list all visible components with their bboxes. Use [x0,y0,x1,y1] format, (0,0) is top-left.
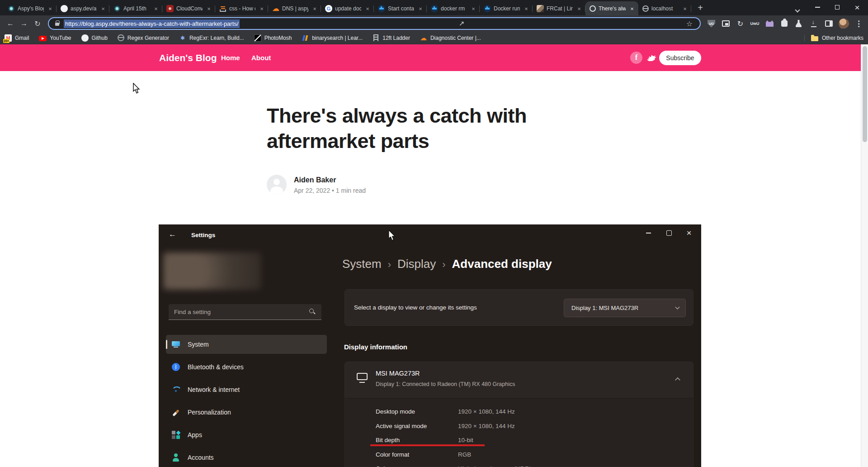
sidebar-label: Network & internet [188,386,240,393]
tab-close-icon[interactable] [523,5,530,12]
chevron-right-icon: › [388,258,391,271]
tab-close-icon[interactable] [205,5,212,12]
reload-icon[interactable] [31,19,44,28]
tab-close-icon[interactable] [681,5,689,12]
sidebar-item-network: Network & internet [166,380,327,399]
tab-close-icon[interactable] [99,5,107,12]
apps-grid-icon [171,430,180,439]
browser-menu-kebab-icon[interactable] [853,18,865,29]
sidebar-item-apps: Apps [166,425,327,444]
screenshot-mouse-cursor [388,230,396,241]
tab-april-15th[interactable]: April 15th [109,2,162,15]
tab-aspys-blog[interactable]: Aspy's Blog [4,2,57,15]
tab-close-icon[interactable] [364,5,371,12]
bookmark-github[interactable]: Github [81,34,108,42]
aspy-logo-icon [8,5,15,12]
profile-avatar[interactable] [838,18,850,29]
tab-close-icon[interactable] [628,5,636,12]
bookmark-youtube[interactable]: YouTube [39,35,71,41]
window-close-button[interactable] [847,0,867,14]
tab-close-icon[interactable] [152,5,160,12]
bookmark-label: 12ft Ladder [382,35,410,41]
uwu-extension-icon[interactable]: UwU [749,18,761,29]
tab-update-doc[interactable]: update doc [321,2,374,15]
author-row: Aiden Baker Apr 22, 2022 • 1 min read [267,175,366,195]
downloads-icon[interactable] [807,18,820,29]
tab-title: update doc [335,5,361,12]
window-minimize-button[interactable] [807,0,827,14]
subscribe-button[interactable]: Subscribe [659,51,701,65]
tab-search-chevron-icon[interactable] [796,5,800,10]
url-text[interactable]: https://blog.aspy.dev/theres-always-a-ca… [64,19,240,28]
tab-close-icon[interactable] [47,5,54,12]
bookmark-regex-generator[interactable]: Regex Generator [118,34,169,41]
tab-close-icon[interactable] [258,5,265,12]
bookmark-12ft-ladder[interactable]: 12ft Ladder [373,34,410,41]
nav-home-link[interactable]: Home [221,54,240,62]
refresh-extension-icon[interactable] [734,18,746,29]
tab-docker-rm[interactable]: docker rm [427,2,480,15]
tab-frcat[interactable]: FRCat | Link [533,2,585,15]
settings-search-input[interactable] [169,309,309,315]
tab-localhost[interactable]: localhost [638,2,691,15]
extensions-puzzle-icon[interactable] [778,18,790,29]
other-bookmarks-label: Other bookmarks [822,35,863,41]
tab-close-icon[interactable] [311,5,318,12]
blurred-user-account [163,253,261,290]
sidebar-label: Personalization [188,409,231,416]
breadcrumb-display: Display [397,257,436,271]
scrollbar-thumb[interactable] [863,46,867,142]
new-tab-button[interactable] [694,2,707,14]
author-avatar [267,175,287,195]
flask-extension-icon[interactable] [793,18,805,29]
page-scrollbar[interactable] [861,44,868,467]
bookmark-label: PhotoMosh [264,35,292,41]
tab-close-icon[interactable] [470,5,477,12]
facebook-icon[interactable] [630,52,642,64]
tab-css-stackoverflow[interactable]: css - How c [215,2,268,15]
tab-title: aspy.dev/ab [71,5,97,12]
share-icon[interactable] [456,19,467,28]
cloudflare-icon [272,5,279,12]
window-restore-button[interactable] [827,0,847,14]
bookmark-star-icon[interactable] [684,19,695,28]
site-title[interactable]: Aiden's Blog [159,52,217,63]
lock-icon[interactable] [55,23,59,26]
tab-dns[interactable]: DNS | aspy. [268,2,321,15]
cat-extension-icon[interactable] [764,18,776,29]
tab-title: CloudConve [176,5,203,12]
bookmark-diagnostic-center[interactable]: Diagnostic Center |... [420,34,481,42]
twitter-icon[interactable] [646,52,658,64]
tab-docker-run[interactable]: Docker run [480,2,533,15]
bookmark-photomosh[interactable]: PhotoMosh [254,34,292,42]
tab-start-container[interactable]: Start contai [374,2,427,15]
bookmark-binarysearch[interactable]: binarysearch | Lear... [302,34,363,42]
globe-icon [118,34,124,41]
address-bar[interactable]: https://blog.aspy.dev/theres-always-a-ca… [48,17,701,30]
forward-icon[interactable] [17,19,31,28]
ublock-extension-icon[interactable]: UO [705,18,717,29]
search-icon [309,308,316,315]
settings-breadcrumb: System › Display › Advanced display [342,257,552,271]
tab-close-icon[interactable] [417,5,424,12]
nav-about-link[interactable]: About [251,54,271,62]
bookmark-label: Diagnostic Center |... [430,35,481,41]
display-select-label: Select a display to view or change its s… [354,290,477,326]
bookmark-gmail[interactable]: 20+Gmail [5,34,29,42]
tab-close-icon[interactable] [576,5,583,12]
tab-theres-always-active[interactable]: There's alw [585,1,638,15]
mouse-cursor [133,83,141,94]
bookmark-regexr[interactable]: RegExr: Learn, Build... [179,34,244,42]
sidebar-label: Apps [188,431,202,438]
tab-aspy-dev[interactable]: aspy.dev/ab [57,2,109,15]
tab-title: css - How c [229,5,255,12]
other-bookmarks-button[interactable]: Other bookmarks [804,35,863,41]
chevron-up-icon [675,377,680,382]
tab-title: DNS | aspy. [282,5,308,12]
bookmark-label: Regex Generator [127,35,169,41]
author-name[interactable]: Aiden Baker [294,175,366,184]
side-panel-icon[interactable] [823,18,835,29]
tab-cloudconvert[interactable]: CloudConve [162,2,215,15]
back-icon[interactable] [4,19,17,28]
picture-in-picture-icon[interactable] [720,18,732,29]
